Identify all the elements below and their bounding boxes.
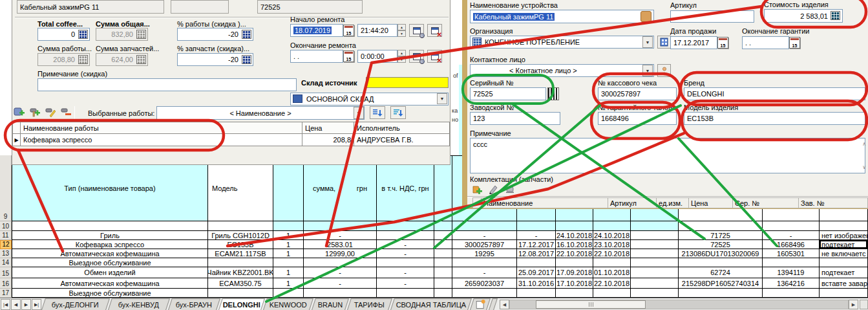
sheet-cell[interactable]: [631, 240, 679, 249]
sheet-cell[interactable]: 17.09.2018: [556, 267, 593, 278]
parts-grid-header[interactable]: Артикул: [608, 197, 657, 208]
works-row-executor[interactable]: АНДРУСЕВА Г.В.: [354, 134, 450, 146]
sheet-cell[interactable]: [593, 258, 631, 267]
sheet-cell[interactable]: [679, 289, 763, 298]
sheet-cell[interactable]: [434, 249, 452, 258]
brand-field[interactable]: DELONGHI: [684, 87, 865, 100]
sheet-cell[interactable]: [304, 289, 377, 298]
tab-nav-button[interactable]: ▶|: [32, 299, 41, 310]
sheet-cell[interactable]: 62724: [679, 267, 763, 278]
add-hammer-icon[interactable]: [29, 107, 40, 117]
sheet-cell[interactable]: 1605301: [763, 249, 820, 258]
sheet-cell[interactable]: [434, 231, 452, 240]
serial-number-field[interactable]: 72525: [470, 87, 546, 100]
artikul-field[interactable]: [670, 10, 754, 23]
repair-end-date-field[interactable]: . .: [290, 50, 343, 63]
sheet-cell[interactable]: [763, 221, 820, 231]
sheet-cell[interactable]: [434, 258, 452, 267]
sheet-cell[interactable]: -: [377, 267, 434, 278]
works-dropdown[interactable]: < Наименование >: [156, 106, 365, 120]
sheet-cell[interactable]: [208, 258, 273, 267]
sheet-tab-сводная-таблица[interactable]: СВОДНАЯ ТАБЛИЦА: [390, 298, 472, 310]
row-header[interactable]: 13: [0, 249, 12, 258]
sheet-cell[interactable]: Кофеварка эспрессо: [12, 240, 208, 249]
parts-grid-header[interactable]: Наименование: [482, 197, 608, 208]
sheet-cell[interactable]: [593, 289, 631, 298]
sheet-cell[interactable]: -: [377, 249, 434, 258]
repair-start-time-field[interactable]: 21:44:20: [357, 24, 397, 37]
sheet-cell[interactable]: 215298DP16052740314: [679, 278, 763, 289]
sheet-cell[interactable]: 23.10.2018: [593, 240, 631, 249]
calendar-picker-icon[interactable]: 15: [343, 25, 354, 36]
parts-grid-header[interactable]: Сер. №: [733, 197, 799, 208]
tab-nav-button[interactable]: ◀: [11, 299, 21, 310]
sheet-cell[interactable]: [452, 221, 517, 231]
sheet-cell[interactable]: [631, 231, 679, 240]
scroll-left-icon[interactable]: ◀: [500, 300, 509, 309]
clear-date-icon[interactable]: ✕: [427, 24, 442, 37]
sheet-cell[interactable]: [631, 258, 679, 267]
sheet-cell[interactable]: 16.10.2018: [556, 240, 593, 249]
sheet-cell[interactable]: -: [304, 278, 377, 289]
warranty-end-field[interactable]: . .: [742, 36, 789, 49]
insert-sheet-tab-icon[interactable]: [470, 298, 491, 310]
sheet-cell[interactable]: 19295: [452, 249, 517, 258]
sheet-cell[interactable]: [273, 289, 304, 298]
sheet-cell[interactable]: -: [763, 231, 820, 240]
chevron-down-icon[interactable]: ▼: [642, 36, 653, 48]
calendar-picker-icon[interactable]: 15: [789, 37, 800, 49]
sheet-cell[interactable]: 3000257897: [452, 240, 517, 249]
sheet-cell[interactable]: [556, 221, 593, 231]
sheet-cell[interactable]: [556, 289, 593, 298]
barcode-icon[interactable]: [547, 87, 559, 100]
scroll-right-icon[interactable]: ▶: [849, 300, 858, 309]
sheet-cell[interactable]: Гриль CGH1012D: [208, 231, 273, 240]
calculator-icon[interactable]: [831, 11, 840, 20]
sheet-cell[interactable]: [273, 258, 304, 267]
set-current-time-icon[interactable]: ◷: [409, 24, 424, 37]
sheet-header-cell[interactable]: [434, 155, 452, 221]
sheet-cell[interactable]: [377, 258, 434, 267]
sheet-cell[interactable]: [12, 221, 208, 231]
clear-date-icon[interactable]: ✕: [427, 50, 442, 63]
device-icon[interactable]: [640, 11, 651, 22]
row-header[interactable]: 11: [0, 231, 12, 240]
sheet-cell[interactable]: [820, 221, 868, 231]
sheet-cell[interactable]: 1364216: [763, 278, 820, 289]
sheet-cell[interactable]: [556, 258, 593, 267]
discount-note-field[interactable]: [37, 78, 297, 91]
sheet-cell[interactable]: 71725: [679, 231, 763, 240]
receipt-number-field[interactable]: 3000257897: [598, 87, 677, 100]
device-name-field[interactable]: Кабельный зажимPG 11: [470, 10, 654, 23]
horizontal-scrollbar[interactable]: [509, 300, 849, 309]
calculator-icon[interactable]: [78, 30, 88, 39]
row-header[interactable]: 16: [0, 278, 12, 289]
chevron-down-icon[interactable]: ▼: [437, 93, 447, 104]
sheet-cell[interactable]: 22.10.2018: [556, 249, 593, 258]
sheet-cell[interactable]: [208, 289, 273, 298]
open-organization-icon[interactable]: [657, 36, 671, 49]
sheet-cell[interactable]: [763, 258, 820, 267]
sheet-cell[interactable]: [377, 289, 434, 298]
sheet-cell[interactable]: -: [304, 231, 377, 240]
sheet-tab-kenwood[interactable]: KENWOOD: [263, 298, 313, 310]
calculator-icon[interactable]: [242, 55, 251, 64]
add-part-icon[interactable]: [471, 184, 482, 194]
tab-nav-button[interactable]: ▶: [21, 299, 31, 310]
sheet-cell[interactable]: [304, 221, 377, 231]
sheet-cell[interactable]: не включаетс: [820, 249, 868, 258]
sheet-cell[interactable]: [434, 240, 452, 249]
sheet-cell[interactable]: Автоматическая кофемашина: [12, 278, 208, 289]
sheet-cell[interactable]: [631, 278, 679, 289]
row-header[interactable]: 15: [0, 267, 12, 278]
sheet-tab-тарифы[interactable]: ТАРИФЫ: [347, 298, 392, 310]
scroll-down-icon[interactable]: ∨: [862, 164, 866, 170]
sheet-cell[interactable]: 17.10.2018: [556, 278, 593, 289]
sort-down-alt-icon[interactable]: [390, 106, 406, 119]
sheet-header-cell[interactable]: в т.ч. НДС, грн: [377, 155, 434, 221]
edit-part-icon[interactable]: [488, 184, 499, 194]
sheet-cell[interactable]: 1: [273, 278, 304, 289]
sheet-cell[interactable]: 24.10.2018: [556, 231, 593, 240]
sheet-header-cell[interactable]: Модель: [208, 155, 273, 221]
sheet-cell[interactable]: [434, 289, 452, 298]
